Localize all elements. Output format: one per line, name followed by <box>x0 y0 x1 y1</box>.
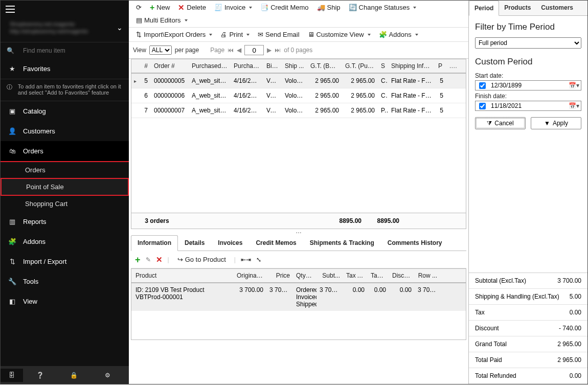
tab-information[interactable]: Information <box>131 235 178 251</box>
tab-comments[interactable]: Comments History <box>381 235 449 251</box>
refresh-button[interactable]: ⟳ <box>133 2 145 13</box>
col-shipping-info[interactable]: Shipping Info... <box>388 62 435 70</box>
bag-icon: 🛍 <box>7 147 18 155</box>
col-purchased-from[interactable]: Purchased f... <box>189 62 231 70</box>
start-date-input[interactable]: 📅▾ <box>475 80 581 90</box>
sidebar-item-view[interactable]: ◧View <box>1 291 129 311</box>
finish-date-checkbox[interactable] <box>477 103 488 109</box>
sidebar-sub-orders[interactable]: Orders <box>1 162 129 178</box>
detail-toolbar: + ✎ ✕ | ↪Go to Product | ⇤⇥ ⤡ <box>131 251 466 268</box>
finish-date-field[interactable] <box>490 102 569 110</box>
tab-period[interactable]: Period <box>469 1 499 16</box>
col-tax-pct[interactable]: Tax P... <box>368 272 389 279</box>
help-icon[interactable]: ❔ <box>23 372 57 379</box>
col-discount[interactable]: Disco... <box>389 272 415 279</box>
col-more[interactable]: ... <box>446 62 457 70</box>
import-export-button[interactable]: ⇅Import\Export Orders <box>133 29 215 40</box>
apply-button[interactable]: ▼Apply <box>531 117 581 129</box>
sidebar-sub-pos[interactable]: Point of Sale <box>1 178 129 196</box>
start-date-field[interactable] <box>490 81 569 89</box>
col-order[interactable]: Order # <box>151 62 189 70</box>
period-select[interactable]: Full period <box>475 37 581 49</box>
col-ship[interactable]: Ship ... <box>282 62 307 70</box>
first-page-button[interactable]: ⏮ <box>228 47 234 54</box>
col-gt-base[interactable]: G.T. (Base) <box>307 62 342 70</box>
col-status[interactable]: S <box>378 62 388 70</box>
page-number-input[interactable] <box>244 45 264 55</box>
ship-button[interactable]: 🚚Ship <box>314 2 344 13</box>
archive-icon[interactable]: 🗄 <box>1 369 23 382</box>
finish-date-input[interactable]: 📅▾ <box>475 101 581 111</box>
col-row-total[interactable]: Row ... <box>415 272 440 279</box>
new-button[interactable]: +New <box>147 2 173 13</box>
gear-icon[interactable]: ⚙ <box>91 372 125 379</box>
sidebar-item-import-export[interactable]: ⇅Import / Export <box>1 252 129 271</box>
sidebar-item-customers[interactable]: 👤Customers <box>1 121 129 141</box>
table-row[interactable]: 7 000000007 A_web_site * ... 4/16/2021..… <box>131 103 466 118</box>
col-subtotal[interactable]: Subt... <box>316 272 343 279</box>
col-p[interactable]: P <box>435 62 446 70</box>
columns-icon: ◧ <box>7 298 18 305</box>
delete-line-button[interactable]: ✕ <box>156 257 163 263</box>
tab-shipments[interactable]: Shipments & Tracking <box>303 235 381 251</box>
sidebar-item-orders[interactable]: 🛍Orders <box>1 141 129 162</box>
table-row[interactable]: ID: 2109 VB Test Product VBTProd-000001 … <box>131 283 466 311</box>
prev-page-button[interactable]: ◀ <box>237 47 241 54</box>
sidebar-item-addons[interactable]: 🧩Addons <box>1 232 129 252</box>
calendar-icon[interactable]: 📅▾ <box>569 82 579 89</box>
cancel-button[interactable]: ⧩Cancel <box>475 117 526 129</box>
last-page-button[interactable]: ⏭ <box>275 47 281 54</box>
sidebar-item-favorites[interactable]: ★ Favorites <box>1 59 129 79</box>
delete-button[interactable]: ✕Delete <box>175 2 209 13</box>
sidebar-sub-cart[interactable]: Shopping Cart <box>1 196 129 212</box>
sidebar-label: View <box>23 298 37 305</box>
main-panel: ⟳ +New ✕Delete 🧾Invoice 📑Credit Memo 🚚Sh… <box>129 1 468 384</box>
tab-credit-memos[interactable]: Credit Memos <box>249 235 303 251</box>
sidebar-item-reports[interactable]: ▥Reports <box>1 212 129 232</box>
col-tax-amt[interactable]: Tax A... <box>343 272 368 279</box>
go-to-product-button[interactable]: ↪Go to Product <box>174 254 229 265</box>
invoice-button[interactable]: 🧾Invoice <box>211 2 255 13</box>
col-price[interactable]: Price <box>266 272 293 279</box>
col-qty[interactable]: Qty p... <box>293 272 316 279</box>
expand-cols-button[interactable]: ⤡ <box>256 256 261 263</box>
col-bill[interactable]: Bill ... <box>263 62 282 70</box>
sidebar-item-tools[interactable]: 🔧Tools <box>1 271 129 291</box>
btn-label: New <box>156 4 170 11</box>
tab-products[interactable]: Products <box>499 1 536 15</box>
col-purchased-on[interactable]: Purchas... <box>231 62 263 70</box>
add-line-button[interactable]: + <box>135 257 141 263</box>
sidebar-search[interactable]: 🔍 <box>1 42 129 59</box>
search-input[interactable] <box>22 47 116 55</box>
credit-memo-button[interactable]: 📑Credit Memo <box>257 2 311 13</box>
hamburger-button[interactable] <box>1 1 129 17</box>
tab-invoices[interactable]: Invoices <box>211 235 249 251</box>
org-selector[interactable]: Shopkeenmy.net.magento http://shopkeenmy… <box>1 17 129 42</box>
next-page-button[interactable]: ▶ <box>267 47 272 54</box>
addons-button[interactable]: 🧩Addons <box>376 29 421 40</box>
print-button[interactable]: 🖨Print <box>217 29 253 40</box>
edit-line-button[interactable]: ✎ <box>146 256 151 263</box>
btn-label: Go to Product <box>185 256 226 263</box>
change-statuses-button[interactable]: 🔄Change Statuses <box>346 2 420 13</box>
col-gt-purc[interactable]: G.T. (Purc... <box>342 62 378 70</box>
calendar-icon[interactable]: 📅▾ <box>569 102 579 109</box>
collapse-cols-button[interactable]: ⇤⇥ <box>241 256 251 263</box>
toolbar-row2: ⇅Import\Export Orders 🖨Print ✉Send Email… <box>129 28 468 42</box>
lock-icon[interactable]: 🔒 <box>57 372 91 379</box>
table-row[interactable]: 6 000000006 A_web_site * ... 4/16/2021..… <box>131 88 466 103</box>
send-email-button[interactable]: ✉Send Email <box>255 29 302 40</box>
multi-editors-button[interactable]: ▤Multi Editors <box>133 15 191 26</box>
sidebar-item-catalog[interactable]: ▣Catalog <box>1 101 129 121</box>
col-orig-price[interactable]: Original Pr... <box>234 272 266 279</box>
splitter[interactable]: … <box>129 229 468 233</box>
col-index[interactable]: # <box>139 62 151 70</box>
table-row[interactable]: ▸ 5 000000005 A_web_site * ... 4/16/2021… <box>131 74 466 88</box>
tab-details[interactable]: Details <box>178 235 211 251</box>
row-expand-icon[interactable]: ▸ <box>131 78 139 84</box>
customize-view-button[interactable]: 🖥Customize View <box>305 29 374 40</box>
tab-customers[interactable]: Customers <box>536 1 578 15</box>
col-product[interactable]: Product <box>131 272 234 279</box>
page-size-select[interactable]: ALL <box>149 46 172 55</box>
start-date-checkbox[interactable] <box>477 82 488 89</box>
